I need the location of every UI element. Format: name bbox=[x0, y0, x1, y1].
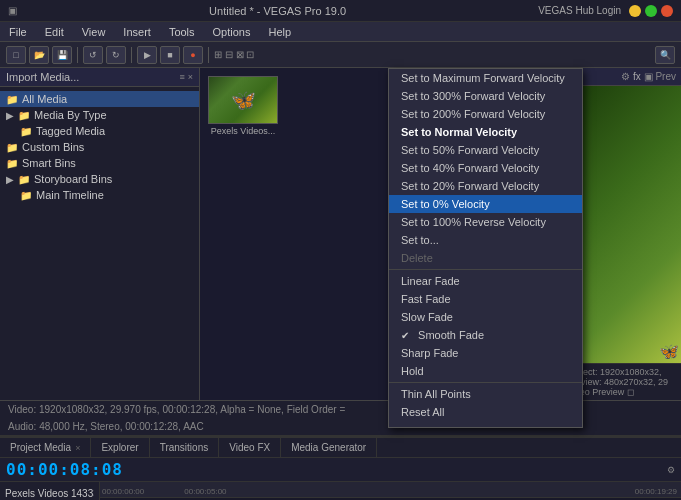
ctx-sharp-fade[interactable]: Sharp Fade bbox=[389, 344, 582, 362]
timeline-area: Project Media × Explorer Transitions Vid… bbox=[0, 436, 681, 500]
track-1-name: Pexels Videos 1433307 bbox=[5, 488, 94, 499]
ctx-sep-1 bbox=[389, 269, 582, 270]
ctx-100-rev[interactable]: Set to 100% Reverse Velocity bbox=[389, 213, 582, 231]
import-media-header: Import Media... ≡ × bbox=[0, 68, 199, 87]
ctx-normal-vel[interactable]: Set to Normal Velocity bbox=[389, 123, 582, 141]
ctx-smooth-fade[interactable]: ✔ Smooth Fade bbox=[389, 326, 582, 344]
menu-tools[interactable]: Tools bbox=[164, 25, 200, 39]
toolbar-extra: ⊞ ⊟ ⊠ ⊡ bbox=[214, 49, 254, 60]
toolbar-sep-1 bbox=[77, 47, 78, 63]
panel-icons: ≡ × bbox=[179, 72, 193, 82]
tree-item-storyboard-bins[interactable]: ▶ 📁 Storyboard Bins bbox=[0, 171, 199, 187]
window-title: Untitled * - VEGAS Pro 19.0 bbox=[17, 5, 538, 17]
tab-close-icon[interactable]: × bbox=[75, 443, 80, 453]
tree-item-media-by-type[interactable]: ▶ 📁 Media By Type bbox=[0, 107, 199, 123]
ctx-thin-all[interactable]: Reset All bbox=[389, 403, 582, 421]
smooth-check-icon: ✔ bbox=[401, 330, 413, 341]
media-thumb-item[interactable]: 🦋 Pexels Videos... bbox=[208, 76, 278, 136]
menu-file[interactable]: File bbox=[4, 25, 32, 39]
folder-icon-5: 📁 bbox=[6, 158, 18, 169]
tracks-timeline: 00:00:00:00 00:00:05:00 00:00:19:29 Pexe… bbox=[100, 482, 681, 500]
timeline-content: Pexels Videos 1433307 M S Level: 100 % P… bbox=[0, 482, 681, 500]
preview-info-line3: Video Preview ◻ bbox=[567, 387, 676, 397]
expand-icon-2: ▶ bbox=[6, 174, 14, 185]
media-tree: 📁 All Media ▶ 📁 Media By Type 📁 Tagged M… bbox=[0, 87, 199, 400]
ruler-mark-1: 00:00:05:00 bbox=[184, 487, 226, 496]
ctx-set-to[interactable]: Set to... bbox=[389, 231, 582, 249]
menu-view[interactable]: View bbox=[77, 25, 111, 39]
ctx-flip-all[interactable]: Thin All Points bbox=[389, 385, 582, 403]
toolbar-sep-2 bbox=[131, 47, 132, 63]
timeline-header: 00:00:08:08 ⚙ bbox=[0, 458, 681, 482]
media-thumb-label: Pexels Videos... bbox=[208, 126, 278, 136]
play-btn[interactable]: ▶ bbox=[137, 46, 157, 64]
right-panel-icon-gear[interactable]: ⚙ bbox=[621, 71, 630, 82]
stop-btn[interactable]: ■ bbox=[160, 46, 180, 64]
ctx-hold[interactable]: Hold bbox=[389, 362, 582, 380]
folder-icon-7: 📁 bbox=[20, 190, 32, 201]
ctx-20-fwd[interactable]: Set to 20% Forward Velocity bbox=[389, 177, 582, 195]
ctx-sep-2 bbox=[389, 382, 582, 383]
butterfly-icon: 🦋 bbox=[231, 88, 256, 112]
ctx-0-vel[interactable]: Set to 0% Velocity bbox=[389, 195, 582, 213]
tree-item-tagged-media[interactable]: 📁 Tagged Media bbox=[0, 123, 199, 139]
status-line1: Video: 1920x1080x32, 29.970 fps, 00:00:1… bbox=[8, 404, 345, 415]
open-btn[interactable]: 📂 bbox=[29, 46, 49, 64]
hub-login-label: VEGAS Hub Login bbox=[538, 5, 621, 16]
close-btn[interactable] bbox=[661, 5, 673, 17]
preview-info-line2: Preview: 480x270x32, 29 bbox=[567, 377, 676, 387]
tab-video-fx[interactable]: Video FX bbox=[219, 438, 281, 457]
maximize-btn[interactable] bbox=[645, 5, 657, 17]
search-btn[interactable]: 🔍 bbox=[655, 46, 675, 64]
redo-btn[interactable]: ↻ bbox=[106, 46, 126, 64]
ctx-delete: Delete bbox=[389, 249, 582, 267]
tree-item-main-timeline[interactable]: 📁 Main Timeline bbox=[0, 187, 199, 203]
timecode-display: 00:00:08:08 bbox=[6, 460, 123, 479]
ctx-reset-all[interactable] bbox=[389, 421, 582, 427]
ctx-max-fwd[interactable]: Set to Maximum Forward Velocity bbox=[389, 69, 582, 87]
folder-icon-6: 📁 bbox=[18, 174, 30, 185]
tab-explorer[interactable]: Explorer bbox=[91, 438, 149, 457]
tab-project-media[interactable]: Project Media × bbox=[0, 438, 91, 457]
new-btn[interactable]: □ bbox=[6, 46, 26, 64]
menu-options[interactable]: Options bbox=[208, 25, 256, 39]
status-line2: Audio: 48,000 Hz, Stereo, 00:00:12:28, A… bbox=[8, 421, 204, 432]
tab-media-generator[interactable]: Media Generator bbox=[281, 438, 377, 457]
tree-item-smart-bins[interactable]: 📁 Smart Bins bbox=[0, 155, 199, 171]
tree-item-custom-bins[interactable]: 📁 Custom Bins bbox=[0, 139, 199, 155]
tree-item-all-media[interactable]: 📁 All Media bbox=[0, 91, 199, 107]
panel-icon-1[interactable]: ≡ bbox=[179, 72, 184, 82]
expand-icon: ▶ bbox=[6, 110, 14, 121]
ctx-300-fwd[interactable]: Set to 300% Forward Velocity bbox=[389, 87, 582, 105]
menu-edit[interactable]: Edit bbox=[40, 25, 69, 39]
menu-bar: File Edit View Insert Tools Options Help bbox=[0, 22, 681, 42]
window-controls bbox=[629, 5, 673, 17]
timeline-icon-settings[interactable]: ⚙ bbox=[667, 465, 675, 475]
ctx-linear-fade[interactable]: Linear Fade bbox=[389, 272, 582, 290]
preview-info-line1: Project: 1920x1080x32, bbox=[567, 367, 676, 377]
left-panel: Import Media... ≡ × 📁 All Media ▶ 📁 Medi… bbox=[0, 68, 200, 400]
ctx-200-fwd[interactable]: Set to 200% Forward Velocity bbox=[389, 105, 582, 123]
folder-icon: 📁 bbox=[6, 94, 18, 105]
toolbar: □ 📂 💾 ↺ ↻ ▶ ■ ● ⊞ ⊟ ⊠ ⊡ 🔍 bbox=[0, 42, 681, 68]
context-menu: Set to Maximum Forward Velocity Set to 3… bbox=[388, 68, 583, 428]
undo-btn[interactable]: ↺ bbox=[83, 46, 103, 64]
ctx-50-fwd[interactable]: Set to 50% Forward Velocity bbox=[389, 141, 582, 159]
folder-icon-3: 📁 bbox=[20, 126, 32, 137]
menu-help[interactable]: Help bbox=[263, 25, 296, 39]
save-btn[interactable]: 💾 bbox=[52, 46, 72, 64]
app-icon: ▣ bbox=[8, 5, 17, 16]
right-panel-icon-fx[interactable]: fx bbox=[633, 71, 641, 82]
right-panel-icon-prev[interactable]: ▣ Prev bbox=[644, 71, 676, 82]
ruler-mark-0: 00:00:00:00 bbox=[102, 487, 144, 496]
media-thumbnail: 🦋 bbox=[208, 76, 278, 124]
ctx-40-fwd[interactable]: Set to 40% Forward Velocity bbox=[389, 159, 582, 177]
record-btn[interactable]: ● bbox=[183, 46, 203, 64]
minimize-btn[interactable] bbox=[629, 5, 641, 17]
ctx-slow-fade[interactable]: Slow Fade bbox=[389, 308, 582, 326]
ctx-fast-fade[interactable]: Fast Fade bbox=[389, 290, 582, 308]
menu-insert[interactable]: Insert bbox=[118, 25, 156, 39]
tab-transitions[interactable]: Transitions bbox=[150, 438, 220, 457]
panel-icon-2[interactable]: × bbox=[188, 72, 193, 82]
timeline-tabs: Project Media × Explorer Transitions Vid… bbox=[0, 438, 681, 458]
